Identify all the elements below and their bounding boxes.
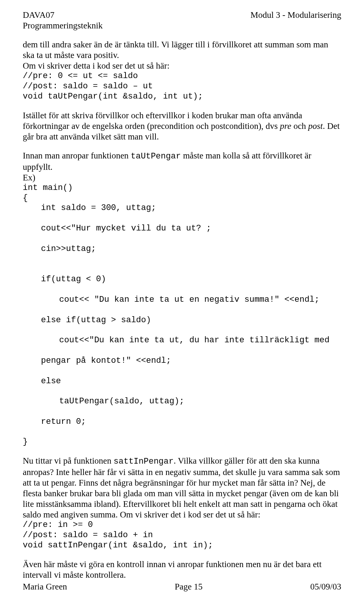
code-block: int main() { int saldo = 300, uttag; cou… xyxy=(23,183,341,448)
footer-author: Maria Green xyxy=(23,582,67,592)
page-header: DAVA07 Programmeringsteknik Modul 3 - Mo… xyxy=(23,10,341,31)
course-name: Programmeringsteknik xyxy=(23,20,103,31)
page-footer: Maria Green Page 15 05/09/03 xyxy=(23,582,341,602)
paragraph: Även här måste vi göra en kontroll innan… xyxy=(23,559,341,580)
page-body: dem till andra saker än de är tänkta til… xyxy=(23,39,341,582)
paragraph: dem till andra saker än de är tänkta til… xyxy=(23,39,341,61)
footer-page: Page 15 xyxy=(175,582,202,592)
code-block: //pre: 0 <= ut <= saldo //post: saldo = … xyxy=(23,71,341,102)
paragraph: Innan man anropar funktionen taUtPengar … xyxy=(23,150,341,172)
header-right: Modul 3 - Modularisering xyxy=(250,10,341,31)
example-label: Ex) xyxy=(23,172,341,183)
paragraph: Om vi skriver detta i kod ser det ut så … xyxy=(23,61,341,71)
course-code: DAVA07 xyxy=(23,10,103,20)
header-left: DAVA07 Programmeringsteknik xyxy=(23,10,103,31)
footer-date: 05/09/03 xyxy=(310,582,341,592)
page: DAVA07 Programmeringsteknik Modul 3 - Mo… xyxy=(0,0,364,602)
paragraph: Istället för att skriva förvillkor och e… xyxy=(23,110,341,142)
paragraph: Nu tittar vi på funktionen sattInPengar.… xyxy=(23,456,341,520)
code-block: //pre: in >= 0 //post: saldo = saldo + i… xyxy=(23,520,341,550)
module-title: Modul 3 - Modularisering xyxy=(250,10,341,20)
